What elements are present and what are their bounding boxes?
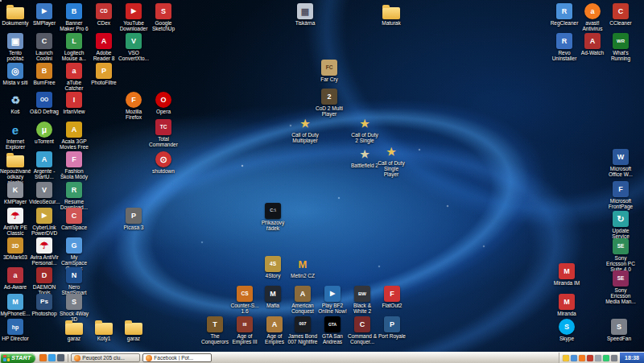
desktop-icon-argente-startup[interactable]: AArgente - StartU...	[29, 151, 60, 179]
desktop-icon-camspace[interactable]: CCamSpace	[59, 208, 89, 230]
taskbar-window-2[interactable]: Facebook | Pot...	[142, 353, 212, 362]
desktop-icon-maturak[interactable]: Maturak	[376, 3, 407, 26]
desktop-icon-banner-maker-pro-6[interactable]: BBanner Maker Pro 6	[59, 3, 89, 31]
desktop-icon-far-cry[interactable]: FCFar Cry	[314, 60, 345, 82]
desktop-icon-picasa-3[interactable]: PPicasa 3	[118, 208, 149, 230]
quick-launch-firefox-icon[interactable]	[39, 354, 47, 361]
tray-speedfan-icon[interactable]	[611, 355, 617, 361]
desktop-icon-utorrent[interactable]: µuTorrent	[29, 122, 60, 144]
desktop-icon-speedfan[interactable]: SSpeedFan	[604, 319, 634, 341]
desktop-icon-whats-running[interactable]: WRWhat's Running	[605, 33, 636, 61]
desktop-icon-age-of-empires-iii[interactable]: IIIAge of Empires III	[229, 316, 260, 344]
desktop-icon-black-and-white-2[interactable]: BWBlack & White 2	[347, 286, 378, 314]
desktop-icon-prikazovy-radek[interactable]: C:\Příkazový řádek	[258, 203, 288, 231]
desktop-icon-american-conquest[interactable]: AAmerican Conquest	[287, 286, 318, 314]
desktop-icon-tento-pocitac[interactable]: ▣Tento počítač	[0, 33, 31, 61]
desktop-icon-koty1[interactable]: Koty1	[89, 319, 119, 341]
desktop-icon-miranda-im[interactable]: MMiranda IM	[551, 263, 582, 286]
desktop-icon-sony-ericsson-media-manager[interactable]: SESony Ericsson Media Man...	[605, 270, 636, 304]
desktop-icon-ccleaner[interactable]: CCCleaner	[605, 3, 636, 26]
desktop-icon-microsoft-frontpage[interactable]: FMicrosoft FrontPage	[605, 181, 636, 209]
desktop-icon-cod-2-multi-player[interactable]: 2CoD 2 Multi Player	[314, 89, 345, 117]
desktop-icon-photoshop[interactable]: PsPhotoshop	[29, 294, 60, 316]
desktop-icon-age-of-empires[interactable]: AAge of Empires	[259, 316, 290, 344]
tray-volume-icon[interactable]	[595, 355, 601, 361]
desktop-icon-ad-watch[interactable]: AAd-Watch	[577, 33, 608, 56]
tray-network-icon[interactable]	[571, 355, 577, 361]
desktop-icon-google-sketchup[interactable]: SGoogle SketchUp	[148, 3, 179, 31]
desktop-icon-internet-explorer[interactable]: eInternet Explorer	[0, 122, 31, 150]
desktop-icon-sony-ericsson-pc-suite[interactable]: SESony Ericsson PC Suite 4.0	[605, 238, 636, 272]
desktop-icon-adobe-reader-8[interactable]: AAdobe Reader 8	[89, 33, 119, 61]
quick-launch-ie-icon[interactable]	[48, 354, 56, 361]
desktop-icon-total-commander[interactable]: TCTotal Commander	[148, 119, 179, 147]
desktop-icon-myphone[interactable]: MMyPhoneE...	[0, 294, 31, 316]
desktop-icon-metin2-cz[interactable]: MMetin2 CZ	[287, 256, 318, 278]
desktop-icon-shock-4way-3d[interactable]: SShock 4Way 3D	[59, 294, 89, 322]
desktop-icon-videosecur[interactable]: VVideoSecur...	[29, 182, 60, 204]
desktop-icon-ad-aware[interactable]: aAd-Aware	[0, 267, 31, 290]
desktop-icon-miranda[interactable]: MMiranda	[551, 294, 582, 316]
start-button[interactable]: START	[1, 353, 35, 363]
desktop-icon-command-and-conquer[interactable]: CCommand & Conquer...	[347, 316, 378, 344]
tray-daemon-icon[interactable]	[587, 355, 593, 361]
desktop-icon-vso-convertxto[interactable]: VVSO ConvertXto...	[118, 33, 149, 61]
desktop-icon-james-bond-007-nightfire[interactable]: 007James Bond 007 Nightfire	[287, 316, 318, 344]
desktop-icon-avira-antivir-personal[interactable]: ☂Avira AntiVir Personal...	[29, 237, 60, 266]
desktop-icon-shutdown[interactable]: ⊙shutdown	[148, 151, 179, 174]
desktop-icon-revo-uninstaller[interactable]: RRevo Uninstaller	[549, 33, 580, 61]
desktop-icon-nepouzivane-odkazy-plochy[interactable]: Nepoužívané odkazy plochy	[0, 151, 31, 185]
desktop-icon-irfanview[interactable]: IIrfanView	[59, 92, 89, 114]
desktop-icon-call-of-duty-multiplayer[interactable]: ★Call of Duty Multiplayer	[290, 115, 320, 143]
desktop-icon-update-service[interactable]: ↻Update Service	[605, 211, 636, 239]
desktop-icon-dokumenty[interactable]: Dokumenty	[0, 3, 31, 26]
desktop-icon-fashion-skola-mody[interactable]: FFashion Škola Módy	[59, 151, 89, 179]
desktop-icon-counter-strike-16[interactable]: CSCounter-S... 1.6	[229, 286, 260, 314]
tray-msn-icon[interactable]	[603, 355, 609, 361]
desktop-icon-photofiltre[interactable]: PPhotoFiltre	[89, 63, 119, 85]
desktop-icon-garaz-2[interactable]: garaz	[118, 319, 149, 341]
desktop-icon-launch-coolini[interactable]: CLaunch Coolini	[29, 33, 60, 61]
desktop-icon-3dmark03[interactable]: 3D3DMark03	[0, 237, 31, 260]
desktop-icon-daemon-tools[interactable]: DDAEMON Tools	[29, 267, 60, 295]
desktop-icon-the-conquerors[interactable]: TThe Conquerors	[200, 316, 230, 344]
desktop-icon-port-royale[interactable]: PPort Royale	[377, 316, 407, 339]
desktop-icon-smplayer[interactable]: ▶SMPlayer	[29, 3, 60, 26]
desktop-icon-resume-download[interactable]: RResume Download...	[59, 182, 89, 210]
desktop-icon-nero-startsmart[interactable]: NNero StartSmart	[59, 267, 89, 295]
desktop-icon-call-of-duty-2-single[interactable]: ★Call of Duty 2 Single	[349, 115, 380, 143]
tray-update-icon[interactable]	[563, 355, 569, 361]
desktop-icon-mozilla-firefox[interactable]: FMozilla Firefox	[118, 92, 149, 120]
tray-avast-icon[interactable]	[579, 355, 585, 361]
desktop-icon-microsoft-office-w[interactable]: WMicrosoft Office W...	[605, 149, 636, 177]
desktop-icon-skype[interactable]: SSkype	[551, 319, 582, 341]
desktop-icon-gta-san-andreas[interactable]: GTAGTA San Andreas	[317, 316, 348, 344]
desktop-icon-avast-antivirus[interactable]: aavast! Antivirus	[577, 3, 608, 31]
desktop-icon-4story[interactable]: 4S4Story	[258, 256, 288, 278]
desktop[interactable]: Dokumenty▣Tento počítač◎Místa v síti♻Koš…	[0, 0, 644, 352]
desktop-icon-garaz[interactable]: garaz	[59, 319, 89, 341]
desktop-icon-cyberlink-powerdvd[interactable]: ▶CyberLink PowerDVD	[29, 208, 60, 236]
desktop-icon-tiskarna[interactable]: ▦Tiskárna	[290, 3, 320, 26]
desktop-icon-play-bf2-online-now[interactable]: ▶Play BF2 Online Now!	[317, 286, 348, 314]
desktop-icon-my-camspace-games[interactable]: GMy CamSpace Games	[59, 237, 89, 271]
desktop-icon-regcleaner[interactable]: RRegCleaner	[549, 3, 580, 26]
desktop-icon-hp-director[interactable]: hpHP Director	[0, 319, 31, 341]
desktop-icon-burnfree[interactable]: BBurnFree	[29, 63, 60, 85]
desktop-icon-opera[interactable]: OOpera	[148, 92, 179, 114]
desktop-icon-mista-v-siti[interactable]: ◎Místa v síti	[0, 63, 31, 85]
desktop-icon-call-of-duty-single-player[interactable]: ★Call of Duty Single Player	[376, 143, 407, 177]
desktop-icon-kos[interactable]: ♻Koš	[0, 92, 31, 114]
desktop-icon-antivir-pe-classic[interactable]: ☂AntiVir PE Classic	[0, 208, 31, 236]
desktop-icon-oo-defrag[interactable]: OOO&O Defrag	[29, 92, 60, 114]
quick-launch-show-desktop-icon[interactable]	[57, 354, 64, 361]
desktop-icon-atube-catcher[interactable]: aaTube Catcher	[59, 63, 89, 91]
desktop-icon-logitech-mouse[interactable]: LLogitech Mouse a...	[59, 33, 89, 61]
desktop-icon-kmplayer[interactable]: KKMPlayer	[0, 182, 31, 204]
desktop-icon-cdex[interactable]: CDCDex	[89, 3, 119, 26]
taskbar-window-1[interactable]: Peugeot 205 clu...	[71, 353, 140, 362]
desktop-icon-flatout2[interactable]: FFlatOut2	[377, 286, 407, 308]
desktop-icon-youtube-downloader[interactable]: ▶YouTube Downloader	[118, 3, 149, 31]
desktop-icon-mafia[interactable]: MMafia	[258, 286, 288, 308]
desktop-icon-acala-3gp-movies-free[interactable]: AAcala 3GP Movies Free	[59, 122, 89, 150]
